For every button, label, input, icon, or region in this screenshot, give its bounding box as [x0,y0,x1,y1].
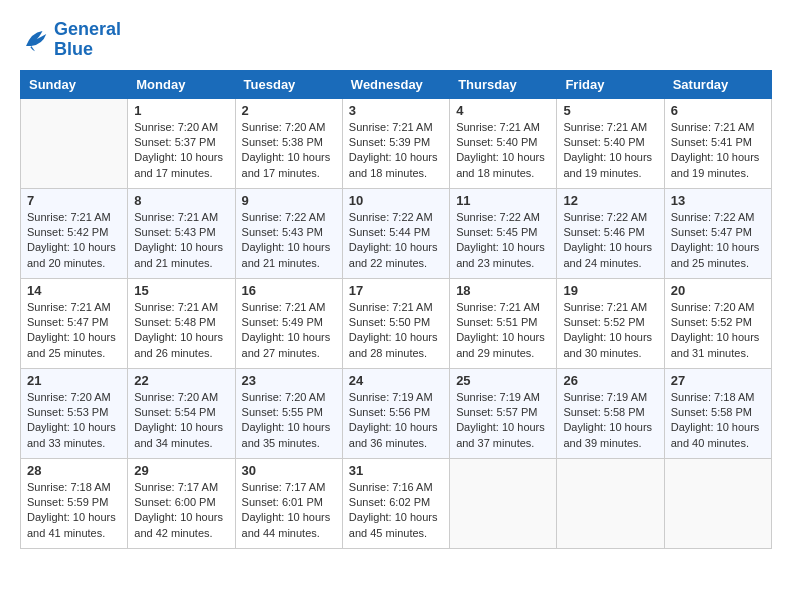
day-info: Sunrise: 7:17 AMSunset: 6:00 PMDaylight:… [134,480,228,542]
day-number: 17 [349,283,443,298]
day-info: Sunrise: 7:22 AMSunset: 5:45 PMDaylight:… [456,210,550,272]
day-info: Sunrise: 7:22 AMSunset: 5:47 PMDaylight:… [671,210,765,272]
day-cell: 17Sunrise: 7:21 AMSunset: 5:50 PMDayligh… [342,278,449,368]
day-number: 1 [134,103,228,118]
col-header-sunday: Sunday [21,70,128,98]
day-info: Sunrise: 7:21 AMSunset: 5:51 PMDaylight:… [456,300,550,362]
day-number: 19 [563,283,657,298]
day-cell: 3Sunrise: 7:21 AMSunset: 5:39 PMDaylight… [342,98,449,188]
day-info: Sunrise: 7:19 AMSunset: 5:57 PMDaylight:… [456,390,550,452]
day-info: Sunrise: 7:21 AMSunset: 5:40 PMDaylight:… [456,120,550,182]
day-number: 2 [242,103,336,118]
day-cell: 26Sunrise: 7:19 AMSunset: 5:58 PMDayligh… [557,368,664,458]
day-number: 13 [671,193,765,208]
day-cell: 16Sunrise: 7:21 AMSunset: 5:49 PMDayligh… [235,278,342,368]
day-number: 27 [671,373,765,388]
logo-icon [20,25,50,55]
day-cell: 11Sunrise: 7:22 AMSunset: 5:45 PMDayligh… [450,188,557,278]
week-row-4: 21Sunrise: 7:20 AMSunset: 5:53 PMDayligh… [21,368,772,458]
day-number: 22 [134,373,228,388]
day-number: 10 [349,193,443,208]
day-cell: 19Sunrise: 7:21 AMSunset: 5:52 PMDayligh… [557,278,664,368]
day-cell [450,458,557,548]
day-info: Sunrise: 7:20 AMSunset: 5:53 PMDaylight:… [27,390,121,452]
day-cell: 8Sunrise: 7:21 AMSunset: 5:43 PMDaylight… [128,188,235,278]
day-number: 26 [563,373,657,388]
day-info: Sunrise: 7:21 AMSunset: 5:39 PMDaylight:… [349,120,443,182]
week-row-2: 7Sunrise: 7:21 AMSunset: 5:42 PMDaylight… [21,188,772,278]
day-number: 12 [563,193,657,208]
day-info: Sunrise: 7:21 AMSunset: 5:49 PMDaylight:… [242,300,336,362]
day-cell: 4Sunrise: 7:21 AMSunset: 5:40 PMDaylight… [450,98,557,188]
day-info: Sunrise: 7:20 AMSunset: 5:37 PMDaylight:… [134,120,228,182]
day-number: 30 [242,463,336,478]
day-cell: 20Sunrise: 7:20 AMSunset: 5:52 PMDayligh… [664,278,771,368]
day-cell: 9Sunrise: 7:22 AMSunset: 5:43 PMDaylight… [235,188,342,278]
col-header-monday: Monday [128,70,235,98]
day-number: 21 [27,373,121,388]
day-cell: 1Sunrise: 7:20 AMSunset: 5:37 PMDaylight… [128,98,235,188]
day-info: Sunrise: 7:21 AMSunset: 5:47 PMDaylight:… [27,300,121,362]
day-info: Sunrise: 7:22 AMSunset: 5:44 PMDaylight:… [349,210,443,272]
day-cell: 22Sunrise: 7:20 AMSunset: 5:54 PMDayligh… [128,368,235,458]
week-row-5: 28Sunrise: 7:18 AMSunset: 5:59 PMDayligh… [21,458,772,548]
day-info: Sunrise: 7:20 AMSunset: 5:54 PMDaylight:… [134,390,228,452]
day-cell: 10Sunrise: 7:22 AMSunset: 5:44 PMDayligh… [342,188,449,278]
day-number: 25 [456,373,550,388]
day-info: Sunrise: 7:21 AMSunset: 5:52 PMDaylight:… [563,300,657,362]
day-cell: 25Sunrise: 7:19 AMSunset: 5:57 PMDayligh… [450,368,557,458]
day-number: 18 [456,283,550,298]
day-cell: 21Sunrise: 7:20 AMSunset: 5:53 PMDayligh… [21,368,128,458]
col-header-tuesday: Tuesday [235,70,342,98]
day-info: Sunrise: 7:20 AMSunset: 5:38 PMDaylight:… [242,120,336,182]
day-cell: 12Sunrise: 7:22 AMSunset: 5:46 PMDayligh… [557,188,664,278]
day-info: Sunrise: 7:22 AMSunset: 5:43 PMDaylight:… [242,210,336,272]
day-info: Sunrise: 7:17 AMSunset: 6:01 PMDaylight:… [242,480,336,542]
day-number: 9 [242,193,336,208]
day-cell [557,458,664,548]
col-header-saturday: Saturday [664,70,771,98]
col-header-thursday: Thursday [450,70,557,98]
day-number: 7 [27,193,121,208]
day-info: Sunrise: 7:21 AMSunset: 5:50 PMDaylight:… [349,300,443,362]
day-info: Sunrise: 7:16 AMSunset: 6:02 PMDaylight:… [349,480,443,542]
day-cell: 6Sunrise: 7:21 AMSunset: 5:41 PMDaylight… [664,98,771,188]
col-header-friday: Friday [557,70,664,98]
day-info: Sunrise: 7:19 AMSunset: 5:58 PMDaylight:… [563,390,657,452]
day-info: Sunrise: 7:21 AMSunset: 5:48 PMDaylight:… [134,300,228,362]
day-number: 28 [27,463,121,478]
week-row-3: 14Sunrise: 7:21 AMSunset: 5:47 PMDayligh… [21,278,772,368]
day-number: 29 [134,463,228,478]
day-number: 4 [456,103,550,118]
col-header-wednesday: Wednesday [342,70,449,98]
day-info: Sunrise: 7:21 AMSunset: 5:43 PMDaylight:… [134,210,228,272]
day-cell [664,458,771,548]
day-cell: 13Sunrise: 7:22 AMSunset: 5:47 PMDayligh… [664,188,771,278]
day-number: 15 [134,283,228,298]
day-cell: 27Sunrise: 7:18 AMSunset: 5:58 PMDayligh… [664,368,771,458]
day-cell: 23Sunrise: 7:20 AMSunset: 5:55 PMDayligh… [235,368,342,458]
day-info: Sunrise: 7:18 AMSunset: 5:58 PMDaylight:… [671,390,765,452]
week-row-1: 1Sunrise: 7:20 AMSunset: 5:37 PMDaylight… [21,98,772,188]
logo-text: General Blue [54,20,121,60]
day-cell: 24Sunrise: 7:19 AMSunset: 5:56 PMDayligh… [342,368,449,458]
calendar-header-row: SundayMondayTuesdayWednesdayThursdayFrid… [21,70,772,98]
day-cell: 30Sunrise: 7:17 AMSunset: 6:01 PMDayligh… [235,458,342,548]
day-number: 20 [671,283,765,298]
calendar-table: SundayMondayTuesdayWednesdayThursdayFrid… [20,70,772,549]
day-cell: 14Sunrise: 7:21 AMSunset: 5:47 PMDayligh… [21,278,128,368]
day-number: 23 [242,373,336,388]
day-info: Sunrise: 7:20 AMSunset: 5:52 PMDaylight:… [671,300,765,362]
day-number: 14 [27,283,121,298]
day-number: 6 [671,103,765,118]
logo: General Blue [20,20,121,60]
day-number: 31 [349,463,443,478]
day-info: Sunrise: 7:18 AMSunset: 5:59 PMDaylight:… [27,480,121,542]
day-cell: 28Sunrise: 7:18 AMSunset: 5:59 PMDayligh… [21,458,128,548]
day-info: Sunrise: 7:21 AMSunset: 5:41 PMDaylight:… [671,120,765,182]
day-cell [21,98,128,188]
day-info: Sunrise: 7:20 AMSunset: 5:55 PMDaylight:… [242,390,336,452]
day-cell: 15Sunrise: 7:21 AMSunset: 5:48 PMDayligh… [128,278,235,368]
day-number: 5 [563,103,657,118]
day-info: Sunrise: 7:21 AMSunset: 5:42 PMDaylight:… [27,210,121,272]
